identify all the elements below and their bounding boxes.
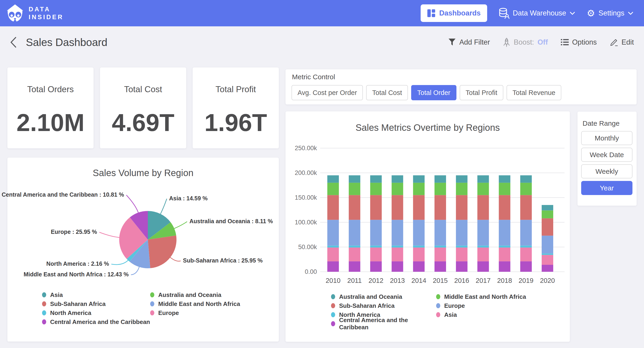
bar-segment-sub-saharan-africa-2013[interactable] [392, 195, 403, 220]
bar-segment-north-america-2016[interactable] [456, 246, 468, 248]
bar-segment-asia-2010[interactable] [327, 247, 339, 261]
bar-segment-middle-east-and-north-africa-2013[interactable] [392, 183, 403, 195]
bar-segment-sub-saharan-africa-2020[interactable] [542, 218, 553, 236]
pie-legend-item-north-america[interactable]: North America [42, 310, 150, 316]
bar-segment-north-america-2020[interactable] [542, 253, 553, 255]
bar-segment-sub-saharan-africa-2014[interactable] [413, 195, 424, 220]
bar-segment-central-america-and-the-caribbean-2015[interactable] [434, 261, 446, 272]
bar-segment-middle-east-and-north-africa-2014[interactable] [413, 183, 424, 195]
bar-segment-asia-2014[interactable] [413, 247, 424, 261]
bar-segment-australia-and-oceania-2016[interactable] [456, 175, 468, 183]
bar-segment-australia-and-oceania-2020[interactable] [542, 205, 553, 210]
pie-slice-sub-saharan-africa[interactable] [148, 235, 176, 268]
metric-option-total-profit[interactable]: Total Profit [460, 85, 503, 100]
options-button[interactable]: Options [561, 38, 597, 47]
bar-segment-north-america-2012[interactable] [370, 246, 382, 248]
bar-legend-item-sub-saharan-africa[interactable]: Sub-Saharan Africa [331, 303, 436, 308]
bar-legend-item-australia-and-oceania[interactable]: Australia and Oceania [331, 294, 436, 299]
bar-segment-central-america-and-the-caribbean-2017[interactable] [478, 261, 489, 272]
bar-segment-europe-2017[interactable] [478, 220, 489, 245]
bar-segment-asia-2016[interactable] [456, 247, 468, 261]
bar-segment-australia-and-oceania-2012[interactable] [370, 175, 382, 183]
bar-segment-asia-2015[interactable] [434, 247, 446, 261]
bar-segment-central-america-and-the-caribbean-2014[interactable] [413, 261, 424, 272]
bar-segment-australia-and-oceania-2017[interactable] [478, 175, 489, 183]
bar-segment-australia-and-oceania-2015[interactable] [434, 175, 446, 183]
bar-segment-europe-2010[interactable] [327, 220, 339, 245]
bar-legend-item-europe[interactable]: Europe [436, 303, 526, 308]
date-range-option-weekly[interactable]: Weekly [581, 164, 632, 178]
bar-segment-north-america-2018[interactable] [499, 246, 510, 248]
nav-settings-button[interactable]: ⚙ Settings [587, 9, 633, 18]
bar-segment-north-america-2013[interactable] [392, 246, 403, 248]
pie-legend-item-europe[interactable]: Europe [150, 310, 240, 316]
bar-segment-central-america-and-the-caribbean-2018[interactable] [499, 261, 510, 272]
bar-segment-middle-east-and-north-africa-2020[interactable] [542, 210, 553, 218]
bar-segment-central-america-and-the-caribbean-2012[interactable] [370, 261, 382, 272]
bar-segment-middle-east-and-north-africa-2019[interactable] [520, 183, 532, 195]
bar-segment-australia-and-oceania-2014[interactable] [413, 175, 424, 183]
metric-option-total-revenue[interactable]: Total Revenue [506, 85, 561, 100]
edit-button[interactable]: Edit [610, 38, 634, 47]
bar-segment-asia-2012[interactable] [370, 247, 382, 261]
bar-segment-middle-east-and-north-africa-2016[interactable] [456, 183, 468, 195]
nav-dashboards-button[interactable]: Dashboards [421, 5, 487, 22]
bar-segment-sub-saharan-africa-2018[interactable] [499, 195, 510, 220]
bar-segment-asia-2018[interactable] [499, 247, 510, 261]
bar-segment-australia-and-oceania-2011[interactable] [349, 175, 360, 183]
bar-segment-europe-2018[interactable] [499, 220, 510, 245]
bar-segment-middle-east-and-north-africa-2012[interactable] [370, 183, 382, 195]
bar-segment-sub-saharan-africa-2017[interactable] [478, 195, 489, 220]
bar-segment-north-america-2015[interactable] [434, 246, 446, 248]
bar-segment-asia-2020[interactable] [542, 255, 553, 265]
bar-segment-central-america-and-the-caribbean-2010[interactable] [327, 261, 339, 272]
bar-segment-asia-2017[interactable] [478, 247, 489, 261]
bar-segment-central-america-and-the-caribbean-2019[interactable] [520, 261, 532, 272]
date-range-option-week-date[interactable]: Week Date [581, 148, 632, 162]
nav-data-warehouse-button[interactable]: Data Warehouse [499, 8, 575, 19]
bar-segment-australia-and-oceania-2013[interactable] [392, 175, 403, 183]
bar-segment-europe-2013[interactable] [392, 220, 403, 245]
bar-segment-north-america-2011[interactable] [349, 246, 360, 248]
bar-segment-north-america-2010[interactable] [327, 246, 339, 248]
bar-segment-europe-2012[interactable] [370, 220, 382, 245]
metric-option-avg-cost-per-order[interactable]: Avg. Cost per Order [292, 85, 363, 100]
bar-segment-australia-and-oceania-2018[interactable] [499, 175, 510, 183]
bar-segment-europe-2011[interactable] [349, 220, 360, 245]
bar-segment-middle-east-and-north-africa-2010[interactable] [327, 183, 339, 195]
date-range-option-year[interactable]: Year [581, 181, 632, 195]
pie-legend-item-central-america-and-the-caribbean[interactable]: Central America and the Caribbean [42, 319, 150, 325]
bar-segment-australia-and-oceania-2019[interactable] [520, 175, 532, 183]
pie-legend-item-asia[interactable]: Asia [42, 292, 150, 298]
bar-segment-middle-east-and-north-africa-2018[interactable] [499, 183, 510, 195]
pie-legend-item-australia-and-oceania[interactable]: Australia and Oceania [150, 292, 240, 298]
bar-segment-asia-2011[interactable] [349, 247, 360, 261]
bar-segment-central-america-and-the-caribbean-2016[interactable] [456, 261, 468, 272]
bar-segment-north-america-2014[interactable] [413, 246, 424, 248]
bar-segment-middle-east-and-north-africa-2015[interactable] [434, 183, 446, 195]
bar-segment-asia-2019[interactable] [520, 247, 532, 261]
add-filter-button[interactable]: Add Filter [448, 38, 490, 47]
bar-segment-sub-saharan-africa-2019[interactable] [520, 195, 532, 220]
back-button[interactable] [9, 36, 17, 48]
bar-segment-central-america-and-the-caribbean-2011[interactable] [349, 261, 360, 272]
bar-segment-europe-2014[interactable] [413, 220, 424, 245]
bar-segment-europe-2016[interactable] [456, 220, 468, 245]
pie-legend-item-middle-east-and-north-africa[interactable]: Middle East and North Africa [150, 301, 240, 307]
bar-legend-item-central-america-and-the-caribbean[interactable]: Central America and the Caribbean [331, 321, 436, 326]
bar-segment-sub-saharan-africa-2016[interactable] [456, 195, 468, 220]
date-range-option-monthly[interactable]: Monthly [581, 131, 632, 145]
bar-segment-sub-saharan-africa-2010[interactable] [327, 195, 339, 220]
bar-segment-central-america-and-the-caribbean-2020[interactable] [542, 265, 553, 272]
bar-segment-sub-saharan-africa-2011[interactable] [349, 195, 360, 220]
metric-option-total-cost[interactable]: Total Cost [366, 85, 408, 100]
bar-segment-europe-2015[interactable] [434, 220, 446, 245]
bar-segment-asia-2013[interactable] [392, 247, 403, 261]
boost-toggle[interactable]: Boost: Off [503, 38, 548, 47]
bar-segment-middle-east-and-north-africa-2011[interactable] [349, 183, 360, 195]
metric-option-total-order[interactable]: Total Order [411, 85, 456, 100]
bar-segment-north-america-2017[interactable] [478, 246, 489, 248]
bar-legend-item-middle-east-and-north-africa[interactable]: Middle East and North Africa [436, 294, 526, 299]
bar-segment-north-america-2019[interactable] [520, 246, 532, 248]
bar-segment-sub-saharan-africa-2012[interactable] [370, 195, 382, 220]
